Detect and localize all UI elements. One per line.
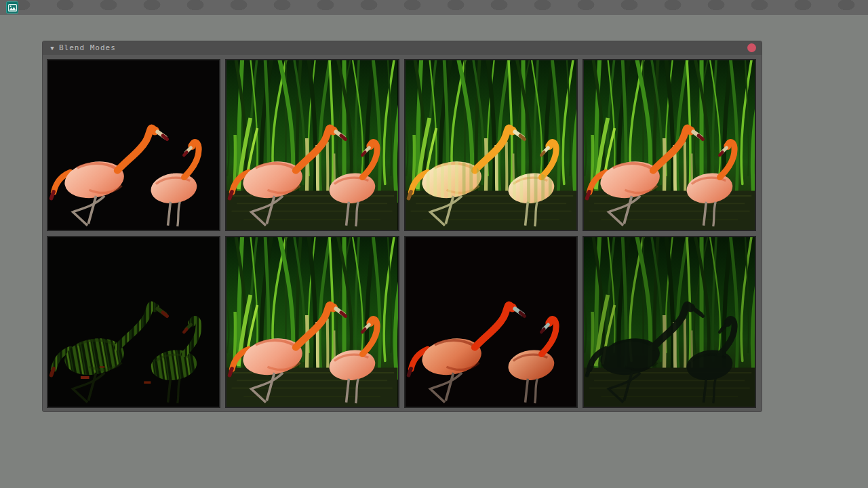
tile-flamingos-over-reeds <box>225 59 399 231</box>
panel-header[interactable]: ▼ Blend Modes <box>43 41 762 55</box>
image-icon <box>8 4 17 12</box>
panel-title: Blend Modes <box>59 41 116 55</box>
tile-flamingos-dark-silhouette-over-reeds <box>583 236 756 408</box>
tile-flamingos-over-reeds-3 <box>225 236 399 408</box>
close-dot-icon[interactable] <box>747 43 756 52</box>
top-bar <box>0 0 868 15</box>
blend-mode-grid <box>47 59 756 408</box>
tile-flamingos-over-reeds-2 <box>583 59 756 231</box>
tile-flamingos-saturated-on-black <box>404 236 578 408</box>
tile-flamingos-on-black <box>47 59 220 231</box>
triangle-down-icon[interactable]: ▼ <box>43 41 59 55</box>
tile-flamingos-additive-over-reeds <box>404 59 578 231</box>
tile-flamingos-multiply-silhouette <box>47 236 220 408</box>
image-tab-button[interactable] <box>6 1 18 14</box>
blend-modes-panel: ▼ Blend Modes <box>42 41 762 412</box>
